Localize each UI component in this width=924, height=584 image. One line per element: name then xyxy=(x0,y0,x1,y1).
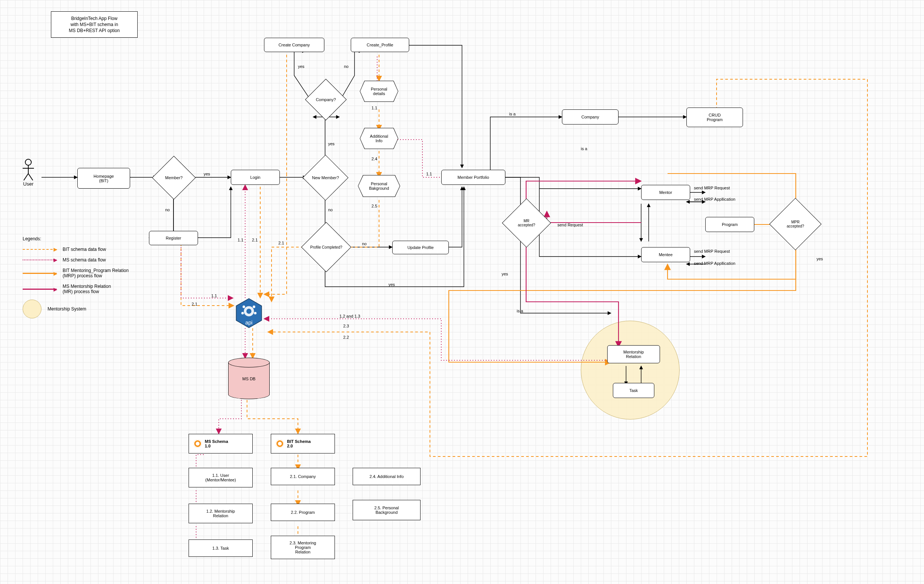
lbl-yes: yes xyxy=(388,282,395,287)
lbl-mrp-req: send MRP Request xyxy=(694,249,730,253)
diagram-canvas: BridgeInTech App Flow with MS+BIT schema… xyxy=(0,0,924,584)
node-member-q: Member? xyxy=(152,156,196,200)
lbl-send-request: send Request xyxy=(558,223,583,227)
lbl-mrp-app: send MRP Appllication xyxy=(694,261,736,266)
node-mr-accepted-q: MR accepted? xyxy=(502,199,551,248)
lbl-isa: is a xyxy=(509,112,516,116)
node-personal-background: Personal Bakground xyxy=(358,175,400,197)
legend-bit-data: BIT schema data flow xyxy=(23,247,158,252)
legend-ms-data: MS schema data flow xyxy=(23,257,158,263)
svg-point-10 xyxy=(241,312,244,314)
lbl-yes: yes xyxy=(298,64,304,69)
svg-point-11 xyxy=(254,312,256,314)
lbl-2-1: 2.1 xyxy=(191,302,197,306)
node-additional-info: Additional Info xyxy=(360,128,398,149)
user-actor-label: User xyxy=(15,181,41,187)
lbl-no: no xyxy=(344,64,348,69)
node-mentor: Mentor xyxy=(641,185,690,200)
lbl-isa: is a xyxy=(517,309,523,313)
node-create-profile: Create_Profile xyxy=(351,38,409,52)
bit-2-4: 2.4. Additional Info xyxy=(353,468,421,485)
ms-schema-box: MS Schema 1.0 xyxy=(188,434,253,453)
ms-db-cylinder: MS DB xyxy=(228,357,270,399)
legend: Legends: BIT schema data flow MS schema … xyxy=(23,236,158,324)
bit-2-2: 2.2. Program xyxy=(271,504,335,521)
svg-text:api: api xyxy=(245,319,252,326)
lbl-no: no xyxy=(362,242,366,246)
svg-point-7 xyxy=(246,309,251,314)
lbl-no: no xyxy=(328,207,333,212)
lbl-no: no xyxy=(165,207,170,212)
gear-icon xyxy=(193,440,202,448)
node-member-portfolio: Member Portfolio xyxy=(441,170,505,185)
svg-point-8 xyxy=(243,306,245,308)
node-mentee: Mentee xyxy=(641,247,690,262)
lbl-yes: yes xyxy=(204,172,210,176)
lbl-2-1: 2.1 xyxy=(252,238,257,242)
node-login: Login xyxy=(231,170,280,185)
lbl-1-1: 1.1 xyxy=(211,293,217,298)
lbl-yes: yes xyxy=(817,256,823,261)
lbl-yes: yes xyxy=(502,271,508,276)
ms-1-1: 1.1. User (Mentor/Mentee) xyxy=(188,468,253,487)
node-mpr-accepted-q: MPR accepted? xyxy=(769,198,822,250)
svg-point-9 xyxy=(253,306,255,308)
svg-point-0 xyxy=(25,159,31,165)
lbl-2-5: 2.5 xyxy=(371,204,377,208)
lbl-yes: yes xyxy=(328,141,335,146)
lbl-1-1: 1.1 xyxy=(426,172,432,176)
mentorship-system-region xyxy=(581,321,680,420)
bit-schema-box: BIT Schema 2.0 xyxy=(271,434,335,453)
lbl-mrp-req: send MRP Request xyxy=(694,185,730,190)
lbl-2-3: 2.3 xyxy=(343,324,349,328)
ms-1-2: 1.2. Mentorship Relation xyxy=(188,504,253,523)
lbl-1-1: 1.1 xyxy=(371,106,377,110)
node-program: Program xyxy=(705,217,754,232)
lbl-2-1: 2.1 xyxy=(278,241,284,245)
legend-ms-mr: MS Mentorship Relation (MR) process flow xyxy=(23,284,158,294)
svg-line-3 xyxy=(24,174,28,180)
lbl-2-2: 2.2 xyxy=(343,335,349,339)
bit-2-3: 2.3. Mentoring Program Relation xyxy=(271,536,335,559)
lbl-1-1: 1.1 xyxy=(238,238,243,242)
legend-ms-system: Mentorship System xyxy=(23,299,158,318)
node-company: Company xyxy=(562,109,619,124)
ms-db-label: MS DB xyxy=(228,377,270,381)
legend-line-icon xyxy=(23,273,56,274)
legend-line-icon xyxy=(23,260,56,260)
legend-circle-icon xyxy=(23,299,41,318)
legend-bit-mrp: BIT Mentoring_Program Relation (MRP) pro… xyxy=(23,268,158,278)
legend-title: Legends: xyxy=(23,236,158,242)
node-homepage: Homepage (BIT) xyxy=(77,168,130,189)
node-mentorship-relation: Mentorship Relation xyxy=(607,345,660,363)
node-task: Task xyxy=(613,383,654,398)
node-update-profile: Update Profile xyxy=(392,241,449,254)
node-company-q: Company? xyxy=(305,79,346,120)
node-crud-program: CRUD Program xyxy=(686,108,743,127)
node-create-company: Create Company xyxy=(264,38,324,52)
node-new-member-q: New Member? xyxy=(302,155,348,201)
legend-line-icon xyxy=(23,249,56,250)
user-actor-icon: User xyxy=(15,159,41,187)
bit-2-1: 2.1. Company xyxy=(271,468,335,485)
ms-1-3: 1.3. Task xyxy=(188,539,253,557)
lbl-mrp-app: send MRP Appllication xyxy=(694,197,736,202)
lbl-isa: is a xyxy=(581,146,587,151)
lbl-1-2-3: 1.2 and 1.3 xyxy=(340,314,360,318)
diagram-title: BridgeInTech App Flow with MS+BIT schema… xyxy=(51,11,138,38)
legend-line-icon xyxy=(23,289,56,290)
gear-icon xyxy=(276,440,284,448)
node-profile-completed-q: Profile Completed? xyxy=(301,222,351,272)
lbl-2-4: 2.4 xyxy=(371,157,377,161)
bit-2-5: 2.5. Personal Background xyxy=(353,500,421,520)
api-icon: api xyxy=(233,297,265,329)
node-personal-details: Personal details xyxy=(360,81,398,101)
svg-line-4 xyxy=(28,174,33,180)
